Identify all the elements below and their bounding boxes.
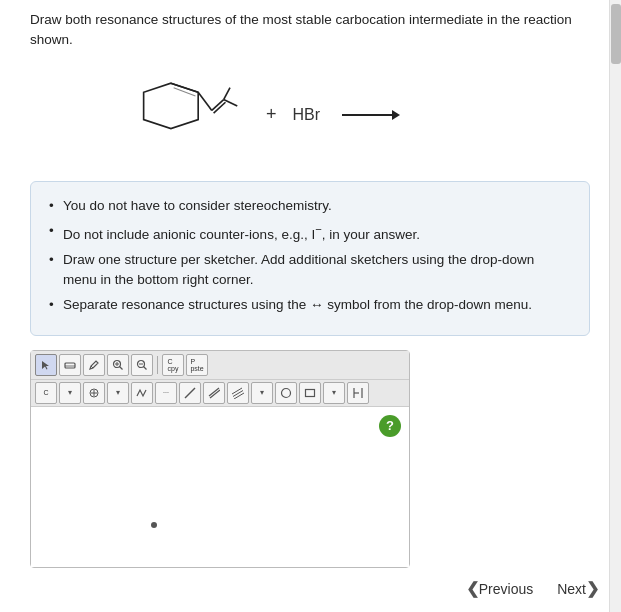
svg-rect-30	[306, 389, 315, 396]
zoom-in-tool[interactable]	[107, 354, 129, 376]
sketcher-toolbar-top: Ccpy Ppste	[31, 351, 409, 380]
reaction-area: + HBr	[30, 65, 601, 165]
scrollbar[interactable]	[609, 0, 621, 612]
svg-line-7	[174, 87, 196, 95]
plus-sign: +	[266, 104, 277, 125]
svg-line-28	[234, 393, 244, 399]
help-button[interactable]: ?	[379, 415, 401, 437]
svg-line-1	[198, 92, 212, 110]
previous-label: Previous	[479, 581, 533, 597]
canvas-dot	[151, 522, 157, 528]
zoom-out-tool[interactable]	[131, 354, 153, 376]
dots-tool[interactable]: ···	[155, 382, 177, 404]
rect-tool[interactable]	[299, 382, 321, 404]
plus-dropdown[interactable]: ▾	[107, 382, 129, 404]
chain-tool[interactable]	[131, 382, 153, 404]
circle-tool[interactable]	[275, 382, 297, 404]
svg-line-14	[120, 366, 123, 369]
paste-tool[interactable]: Ppste	[186, 354, 208, 376]
plus-tool[interactable]	[83, 382, 105, 404]
shape-dropdown[interactable]: ▾	[323, 382, 345, 404]
sketcher-container: Ccpy Ppste C ▾ ▾ ···	[30, 350, 410, 568]
copy-tool[interactable]: Ccpy	[162, 354, 184, 376]
select-tool[interactable]	[35, 354, 57, 376]
help-icon: ?	[386, 418, 394, 433]
question-label: Draw both resonance structures of the mo…	[30, 12, 572, 47]
chevron-right-icon: ❯	[586, 579, 599, 598]
sketcher-canvas[interactable]: ?	[31, 407, 409, 567]
navigation-area: ❮ Previous Next ❯	[0, 565, 621, 612]
svg-line-26	[232, 388, 242, 394]
erase-tool[interactable]	[59, 354, 81, 376]
molecule-structure	[110, 65, 250, 165]
reaction-arrow	[340, 103, 400, 127]
chevron-left-icon: ❮	[466, 579, 479, 598]
bracket-tool[interactable]	[347, 382, 369, 404]
svg-line-27	[233, 390, 243, 396]
info-item-1: You do not have to consider stereochemis…	[49, 196, 571, 216]
question-text: Draw both resonance structures of the mo…	[30, 10, 590, 51]
carbon-tool[interactable]: C	[35, 382, 57, 404]
info-item-2: Do not include anionic counter-ions, e.g…	[49, 221, 571, 244]
triple-bond-tool[interactable]	[227, 382, 249, 404]
carbon-dropdown[interactable]: ▾	[59, 382, 81, 404]
info-item-4: Separate resonance structures using the …	[49, 295, 571, 315]
bond-dropdown[interactable]: ▾	[251, 382, 273, 404]
scrollbar-thumb[interactable]	[611, 4, 621, 64]
svg-line-5	[224, 87, 230, 99]
svg-line-12	[91, 366, 93, 368]
info-list: You do not have to consider stereochemis…	[49, 196, 571, 315]
double-bond-tool[interactable]	[203, 382, 225, 404]
svg-line-23	[185, 388, 195, 398]
sketcher-toolbar-bottom: C ▾ ▾ ···	[31, 380, 409, 407]
single-bond-tool[interactable]	[179, 382, 201, 404]
svg-line-18	[144, 366, 147, 369]
previous-button[interactable]: ❮ Previous	[458, 575, 541, 602]
draw-tool[interactable]	[83, 354, 105, 376]
svg-rect-10	[65, 363, 75, 368]
reagent-label: HBr	[293, 106, 321, 124]
svg-marker-9	[392, 110, 400, 120]
page-container: Draw both resonance structures of the mo…	[0, 0, 621, 612]
toolbar-separator-1	[157, 356, 158, 374]
svg-point-29	[282, 388, 291, 397]
info-box: You do not have to consider stereochemis…	[30, 181, 590, 336]
next-label: Next	[557, 581, 586, 597]
next-button[interactable]: Next ❯	[549, 575, 607, 602]
info-item-3: Draw one structure per sketcher. Add add…	[49, 250, 571, 289]
